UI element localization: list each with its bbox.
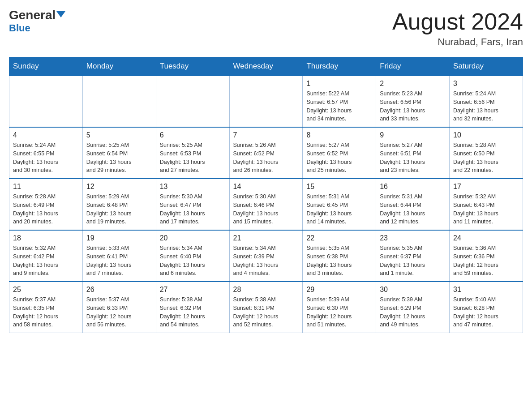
- calendar-cell: 23Sunrise: 5:35 AMSunset: 6:37 PMDayligh…: [376, 230, 450, 282]
- day-number: 15: [306, 183, 372, 191]
- day-number: 19: [86, 234, 152, 242]
- day-number: 25: [13, 286, 79, 294]
- calendar-cell: 10Sunrise: 5:28 AMSunset: 6:50 PMDayligh…: [450, 127, 523, 179]
- day-number: 8: [306, 131, 372, 139]
- day-info: Sunrise: 5:24 AMSunset: 6:55 PMDaylight:…: [13, 141, 79, 175]
- day-info: Sunrise: 5:31 AMSunset: 6:45 PMDaylight:…: [306, 193, 372, 226]
- calendar-cell: 31Sunrise: 5:40 AMSunset: 6:28 PMDayligh…: [450, 282, 523, 333]
- calendar-cell: 4Sunrise: 5:24 AMSunset: 6:55 PMDaylight…: [9, 127, 83, 179]
- calendar-title: August 2024: [392, 9, 523, 34]
- calendar-cell: 12Sunrise: 5:29 AMSunset: 6:48 PMDayligh…: [82, 179, 156, 230]
- day-info: Sunrise: 5:22 AMSunset: 6:57 PMDaylight:…: [306, 90, 372, 123]
- day-number: 3: [453, 80, 519, 88]
- calendar-cell: 21Sunrise: 5:34 AMSunset: 6:39 PMDayligh…: [229, 230, 303, 282]
- day-number: 31: [453, 286, 519, 294]
- day-info: Sunrise: 5:38 AMSunset: 6:31 PMDaylight:…: [233, 295, 299, 329]
- day-info: Sunrise: 5:40 AMSunset: 6:28 PMDaylight:…: [453, 295, 519, 329]
- day-number: 5: [86, 131, 152, 139]
- day-number: 17: [453, 183, 519, 191]
- day-info: Sunrise: 5:30 AMSunset: 6:46 PMDaylight:…: [233, 193, 299, 226]
- weekday-header-row: Sunday Monday Tuesday Wednesday Thursday…: [9, 57, 523, 76]
- day-info: Sunrise: 5:32 AMSunset: 6:43 PMDaylight:…: [453, 193, 519, 226]
- calendar-cell: 13Sunrise: 5:30 AMSunset: 6:47 PMDayligh…: [156, 179, 229, 230]
- calendar-cell: 17Sunrise: 5:32 AMSunset: 6:43 PMDayligh…: [450, 179, 523, 230]
- day-info: Sunrise: 5:26 AMSunset: 6:52 PMDaylight:…: [233, 141, 299, 175]
- day-number: 21: [233, 234, 299, 242]
- day-info: Sunrise: 5:33 AMSunset: 6:41 PMDaylight:…: [86, 244, 152, 278]
- day-number: 30: [380, 286, 446, 294]
- header-thursday: Thursday: [303, 57, 376, 76]
- day-number: 6: [160, 131, 226, 139]
- calendar-cell: 27Sunrise: 5:38 AMSunset: 6:32 PMDayligh…: [156, 282, 229, 333]
- calendar-cell: 2Sunrise: 5:23 AMSunset: 6:56 PMDaylight…: [376, 76, 450, 127]
- calendar-cell: 6Sunrise: 5:25 AMSunset: 6:53 PMDaylight…: [156, 127, 229, 179]
- calendar-cell: [156, 76, 229, 127]
- day-info: Sunrise: 5:28 AMSunset: 6:49 PMDaylight:…: [13, 193, 79, 226]
- calendar-cell: 16Sunrise: 5:31 AMSunset: 6:44 PMDayligh…: [376, 179, 450, 230]
- day-number: 14: [233, 183, 299, 191]
- day-info: Sunrise: 5:25 AMSunset: 6:54 PMDaylight:…: [86, 141, 152, 175]
- week-row-4: 18Sunrise: 5:32 AMSunset: 6:42 PMDayligh…: [9, 230, 523, 282]
- logo: General Blue: [9, 9, 65, 34]
- header-sunday: Sunday: [9, 57, 83, 76]
- calendar-cell: 29Sunrise: 5:39 AMSunset: 6:30 PMDayligh…: [303, 282, 376, 333]
- day-info: Sunrise: 5:36 AMSunset: 6:36 PMDaylight:…: [453, 244, 519, 278]
- day-info: Sunrise: 5:30 AMSunset: 6:47 PMDaylight:…: [160, 193, 226, 226]
- calendar-cell: 25Sunrise: 5:37 AMSunset: 6:35 PMDayligh…: [9, 282, 83, 333]
- calendar-cell: 22Sunrise: 5:35 AMSunset: 6:38 PMDayligh…: [303, 230, 376, 282]
- calendar-cell: 24Sunrise: 5:36 AMSunset: 6:36 PMDayligh…: [450, 230, 523, 282]
- day-number: 20: [160, 234, 226, 242]
- calendar-cell: 28Sunrise: 5:38 AMSunset: 6:31 PMDayligh…: [229, 282, 303, 333]
- day-info: Sunrise: 5:37 AMSunset: 6:33 PMDaylight:…: [86, 295, 152, 329]
- calendar-cell: 19Sunrise: 5:33 AMSunset: 6:41 PMDayligh…: [82, 230, 156, 282]
- day-number: 11: [13, 183, 79, 191]
- day-number: 7: [233, 131, 299, 139]
- week-row-3: 11Sunrise: 5:28 AMSunset: 6:49 PMDayligh…: [9, 179, 523, 230]
- page-header: General Blue August 2024 Nurabad, Fars, …: [9, 9, 523, 48]
- day-info: Sunrise: 5:31 AMSunset: 6:44 PMDaylight:…: [380, 193, 446, 226]
- calendar-cell: 15Sunrise: 5:31 AMSunset: 6:45 PMDayligh…: [303, 179, 376, 230]
- day-info: Sunrise: 5:23 AMSunset: 6:56 PMDaylight:…: [380, 90, 446, 123]
- day-number: 22: [306, 234, 372, 242]
- calendar-cell: [9, 76, 83, 127]
- day-number: 10: [453, 131, 519, 139]
- logo-triangle-icon: [56, 11, 65, 17]
- week-row-2: 4Sunrise: 5:24 AMSunset: 6:55 PMDaylight…: [9, 127, 523, 179]
- day-number: 12: [86, 183, 152, 191]
- header-friday: Friday: [376, 57, 450, 76]
- day-number: 29: [306, 286, 372, 294]
- day-info: Sunrise: 5:34 AMSunset: 6:40 PMDaylight:…: [160, 244, 226, 278]
- header-wednesday: Wednesday: [229, 57, 303, 76]
- day-number: 16: [380, 183, 446, 191]
- day-info: Sunrise: 5:29 AMSunset: 6:48 PMDaylight:…: [86, 193, 152, 226]
- day-info: Sunrise: 5:27 AMSunset: 6:52 PMDaylight:…: [306, 141, 372, 175]
- calendar-cell: 7Sunrise: 5:26 AMSunset: 6:52 PMDaylight…: [229, 127, 303, 179]
- day-info: Sunrise: 5:25 AMSunset: 6:53 PMDaylight:…: [160, 141, 226, 175]
- calendar-cell: 20Sunrise: 5:34 AMSunset: 6:40 PMDayligh…: [156, 230, 229, 282]
- calendar-subtitle: Nurabad, Fars, Iran: [392, 36, 523, 48]
- day-number: 28: [233, 286, 299, 294]
- logo-blue: Blue: [9, 22, 30, 34]
- calendar-cell: 3Sunrise: 5:24 AMSunset: 6:56 PMDaylight…: [450, 76, 523, 127]
- logo-general: General: [9, 9, 65, 21]
- week-row-5: 25Sunrise: 5:37 AMSunset: 6:35 PMDayligh…: [9, 282, 523, 333]
- day-number: 2: [380, 80, 446, 88]
- header-tuesday: Tuesday: [156, 57, 229, 76]
- day-number: 18: [13, 234, 79, 242]
- title-area: August 2024 Nurabad, Fars, Iran: [392, 9, 523, 48]
- calendar-cell: 8Sunrise: 5:27 AMSunset: 6:52 PMDaylight…: [303, 127, 376, 179]
- calendar-cell: 1Sunrise: 5:22 AMSunset: 6:57 PMDaylight…: [303, 76, 376, 127]
- day-info: Sunrise: 5:39 AMSunset: 6:30 PMDaylight:…: [306, 295, 372, 329]
- day-info: Sunrise: 5:24 AMSunset: 6:56 PMDaylight:…: [453, 90, 519, 123]
- header-saturday: Saturday: [450, 57, 523, 76]
- day-info: Sunrise: 5:28 AMSunset: 6:50 PMDaylight:…: [453, 141, 519, 175]
- day-info: Sunrise: 5:34 AMSunset: 6:39 PMDaylight:…: [233, 244, 299, 278]
- calendar-cell: 18Sunrise: 5:32 AMSunset: 6:42 PMDayligh…: [9, 230, 83, 282]
- calendar-cell: 14Sunrise: 5:30 AMSunset: 6:46 PMDayligh…: [229, 179, 303, 230]
- day-info: Sunrise: 5:37 AMSunset: 6:35 PMDaylight:…: [13, 295, 79, 329]
- day-number: 23: [380, 234, 446, 242]
- day-number: 24: [453, 234, 519, 242]
- day-number: 1: [306, 80, 372, 88]
- day-info: Sunrise: 5:35 AMSunset: 6:38 PMDaylight:…: [306, 244, 372, 278]
- day-number: 26: [86, 286, 152, 294]
